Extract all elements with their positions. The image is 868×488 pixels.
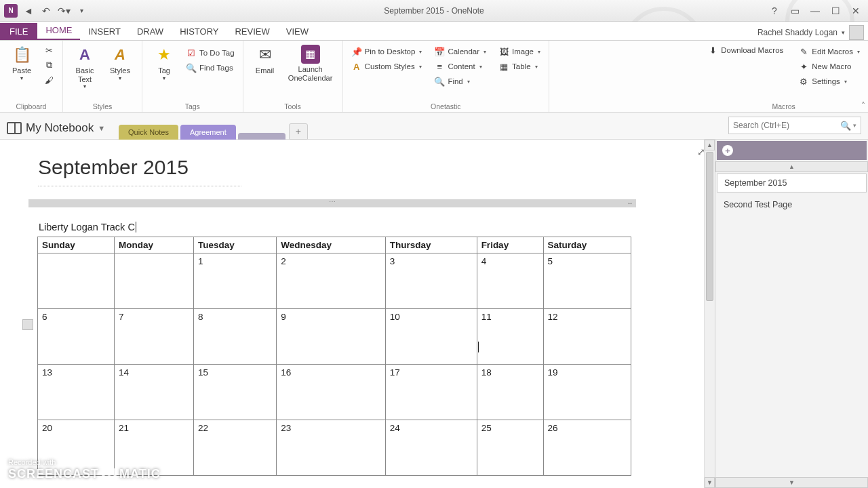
content-button[interactable]: ≡Content xyxy=(431,60,489,73)
calendar-cell[interactable]: 4 xyxy=(477,253,543,309)
calendar-cell[interactable]: 19 xyxy=(543,365,631,420)
calendar-cell[interactable]: 5 xyxy=(543,253,631,309)
page-item-0[interactable]: September 2015 xyxy=(717,174,867,192)
calendar-cell[interactable]: 1 xyxy=(194,253,277,309)
custom-styles-button[interactable]: ACustom Styles xyxy=(349,60,425,73)
search-icon[interactable]: 🔍 xyxy=(840,121,851,131)
pagepane-scroll-up[interactable]: ▲ xyxy=(715,161,868,172)
calendar-cell[interactable]: 22 xyxy=(194,420,277,476)
calendar-cell[interactable]: 26 xyxy=(543,420,631,476)
clipboard-icon: 📋 xyxy=(12,45,32,65)
section-tab-0[interactable]: Quick Notes xyxy=(119,125,178,140)
user-name[interactable]: Rachel Shaddy Logan xyxy=(757,28,837,37)
calendar-cell[interactable]: 15 xyxy=(194,365,277,420)
email-button[interactable]: ✉ Email xyxy=(249,43,281,77)
ribbon-opts-icon[interactable]: ▭ xyxy=(788,4,802,18)
copy-button[interactable]: ⧉ xyxy=(41,58,57,72)
search-box[interactable]: 🔍 ▾ xyxy=(728,117,861,134)
help-icon[interactable]: ? xyxy=(768,4,781,18)
calendar-cell[interactable]: 7 xyxy=(114,309,193,365)
calendar-cell[interactable]: 16 xyxy=(277,365,386,420)
user-menu-icon[interactable]: ▾ xyxy=(842,29,845,36)
calendar-cell[interactable]: 20 xyxy=(38,420,115,476)
find-button[interactable]: 🔍Find xyxy=(431,75,489,88)
calendar-cell[interactable]: 21 xyxy=(114,420,193,476)
table-button[interactable]: ▦Table xyxy=(496,60,543,73)
settings-button[interactable]: ⚙Settings xyxy=(795,75,863,88)
search-input[interactable] xyxy=(733,121,840,130)
new-macro-button[interactable]: ✦New Macro xyxy=(795,60,863,73)
tab-history[interactable]: HISTORY xyxy=(172,23,226,40)
back-icon[interactable]: ◄ xyxy=(22,4,35,18)
calendar-cell[interactable]: 24 xyxy=(385,420,477,476)
row-handle[interactable] xyxy=(22,319,33,330)
calendar-cell[interactable]: 6 xyxy=(38,309,115,365)
tab-file[interactable]: FILE xyxy=(0,23,37,40)
note-container[interactable]: Liberty Logan Track C SundayMondayTuesda… xyxy=(28,199,636,485)
calendar-cell[interactable]: 12 xyxy=(543,309,631,365)
calendar-cell[interactable]: 14 xyxy=(114,365,193,420)
search-scope-icon[interactable]: ▾ xyxy=(853,122,856,129)
pagepane-scroll-down[interactable]: ▼ xyxy=(715,477,868,488)
tab-view[interactable]: VIEW xyxy=(278,23,317,40)
note-drag-handle[interactable] xyxy=(28,199,636,207)
page-canvas[interactable]: ⤢ September 2015 Liberty Logan Track C S… xyxy=(0,140,715,488)
calendar-cell[interactable]: 17 xyxy=(385,365,477,420)
notebook-selector[interactable]: My Notebook ▼ xyxy=(7,121,105,139)
redo-icon[interactable]: ↷▾ xyxy=(57,4,71,18)
calendar-cell[interactable] xyxy=(38,253,115,309)
paste-button[interactable]: 📋 Paste ▾ xyxy=(5,43,38,83)
calendar-cell[interactable]: 25 xyxy=(477,420,543,476)
qat-more-icon[interactable]: ▾ xyxy=(75,4,88,18)
edit-macros-button[interactable]: ✎Edit Macros xyxy=(795,45,863,58)
cut-button[interactable]: ✂ xyxy=(41,43,57,57)
calendar-cell[interactable]: 23 xyxy=(277,420,386,476)
page-item-1[interactable]: Second Test Page xyxy=(717,195,867,214)
calendar-cell[interactable]: 10 xyxy=(385,309,477,365)
todo-tag-button[interactable]: ☑To Do Tag xyxy=(183,46,237,60)
section-tab-2[interactable] xyxy=(238,133,285,140)
image-button[interactable]: 🖼Image xyxy=(496,45,543,58)
checkbox-icon: ☑ xyxy=(186,47,197,58)
tab-draw[interactable]: DRAW xyxy=(129,23,172,40)
download-macros-button[interactable]: ⬇Download Macros xyxy=(705,43,786,57)
calendar-caption[interactable]: Liberty Logan Track C xyxy=(37,222,627,232)
styles-button[interactable]: A Styles ▾ xyxy=(104,43,136,83)
calendar-cell[interactable] xyxy=(114,253,193,309)
tab-home[interactable]: HOME xyxy=(37,22,80,40)
app-icon[interactable]: N xyxy=(4,4,18,18)
minimize-icon[interactable]: — xyxy=(808,4,822,18)
find-tags-button[interactable]: 🔍Find Tags xyxy=(183,61,237,75)
page-scrollbar[interactable]: ▲ ▼ xyxy=(704,140,715,488)
calendar-cell[interactable]: 13 xyxy=(38,365,115,420)
scroll-up-icon[interactable]: ▲ xyxy=(705,140,715,150)
tab-insert[interactable]: INSERT xyxy=(80,23,128,40)
calendar-cell[interactable]: 9 xyxy=(277,309,386,365)
format-painter-button[interactable]: 🖌 xyxy=(41,73,57,87)
section-tab-1[interactable]: Agreement xyxy=(180,125,236,140)
undo-icon[interactable]: ↶ xyxy=(39,4,53,18)
basic-text-button[interactable]: A Basic Text ▾ xyxy=(68,43,101,91)
calendar-cell[interactable]: 18 xyxy=(477,365,543,420)
scroll-down-icon[interactable]: ▼ xyxy=(705,477,715,488)
pin-desktop-button[interactable]: 📌Pin to Desktop xyxy=(349,45,425,58)
add-page-button[interactable]: + xyxy=(717,141,867,160)
calendar-table[interactable]: SundayMondayTuesdayWednesdayThursdayFrid… xyxy=(37,237,631,476)
collapse-ribbon-icon[interactable]: ˄ xyxy=(861,101,865,110)
page-title[interactable]: September 2015 xyxy=(38,156,189,179)
avatar[interactable] xyxy=(849,25,864,40)
find-label: Find xyxy=(448,77,462,85)
launch-onecalendar-button[interactable]: ▦ Launch OneCalendar xyxy=(284,43,337,83)
text-cursor xyxy=(478,342,479,352)
maximize-icon[interactable]: ☐ xyxy=(829,4,842,18)
scroll-thumb[interactable] xyxy=(706,152,713,301)
calendar-cell[interactable]: 8 xyxy=(194,309,277,365)
calendar-cell[interactable]: 3 xyxy=(385,253,477,309)
add-section-button[interactable]: + xyxy=(289,123,308,140)
close-icon[interactable]: ✕ xyxy=(849,4,863,18)
calendar-cell[interactable]: 11 xyxy=(477,309,543,365)
calendar-cell[interactable]: 2 xyxy=(277,253,386,309)
calendar-button[interactable]: 📅Calendar xyxy=(431,45,489,58)
tag-button[interactable]: ★ Tag ▾ xyxy=(148,43,180,83)
tab-review[interactable]: REVIEW xyxy=(226,23,277,40)
